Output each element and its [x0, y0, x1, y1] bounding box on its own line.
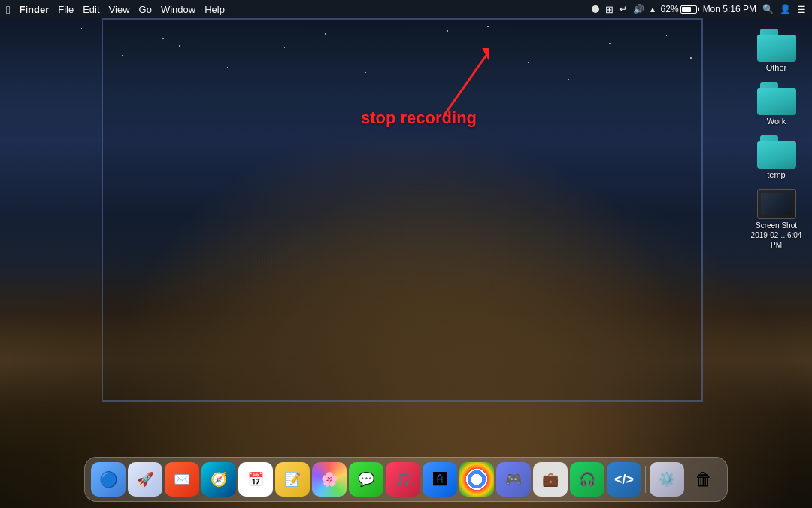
dock-discord[interactable]: 🎮 — [496, 462, 531, 497]
dock-vscode[interactable]: </> — [607, 462, 641, 497]
wifi-icon[interactable]: ▴ — [650, 4, 655, 14]
volume-icon[interactable]: 🔊 — [633, 4, 644, 14]
battery-icon — [680, 5, 697, 14]
desktop-icon-other[interactable]: Other — [744, 26, 808, 75]
desktop-icon-temp[interactable]: temp — [744, 132, 808, 182]
user-icon[interactable]: 👤 — [780, 4, 791, 14]
dock-notes[interactable]: 📝 — [275, 462, 310, 497]
screenshot-file-icon — [757, 189, 796, 219]
dock-launchpad[interactable]: 🚀 — [128, 462, 162, 497]
work-folder-icon — [757, 82, 796, 115]
other-folder-label: Other — [766, 63, 787, 72]
edit-menu[interactable]: Edit — [83, 4, 99, 15]
view-menu[interactable]: View — [109, 4, 130, 15]
other-folder-icon — [757, 29, 796, 62]
screenshot-file-label: Screen Shot2019-02-...6:04 PM — [747, 221, 805, 250]
recording-region — [102, 18, 703, 402]
recording-stop-button[interactable] — [592, 5, 599, 13]
dock-music[interactable]: 🎵 — [386, 462, 420, 497]
temp-folder-icon — [757, 135, 796, 169]
spotlight-icon[interactable]: 🔍 — [762, 4, 774, 14]
menubar-right: ⊞ ↵ 🔊 ▴ 62% Mon 5:16 PM 🔍 👤 ☰ — [592, 4, 806, 15]
desktop-icon-screenshot[interactable]: Screen Shot2019-02-...6:04 PM — [744, 186, 808, 253]
clock: Mon 5:16 PM — [703, 4, 756, 14]
dock-appstore[interactable]: 🅰 — [423, 462, 457, 497]
dock-separator — [645, 466, 646, 493]
dock-trash[interactable]: 🗑 — [686, 462, 721, 497]
dock-calendar[interactable]: 📅 — [238, 462, 273, 497]
menubar-left:  Finder File Edit View Go Window Help — [6, 3, 225, 16]
dock-finder[interactable]: 🔵 — [91, 462, 126, 497]
dock-chrome[interactable] — [459, 462, 494, 497]
work-folder-label: Work — [767, 117, 786, 126]
help-menu[interactable]: Help — [205, 4, 225, 15]
desktop-icons: Other Work temp Screen Shot2019-02-...6:… — [741, 18, 812, 253]
temp-folder-label: temp — [767, 170, 785, 179]
dock-messages[interactable]: 💬 — [349, 462, 383, 497]
desktop-icon-work[interactable]: Work — [744, 79, 808, 129]
dock-system-prefs[interactable]: ⚙️ — [650, 462, 684, 497]
dock-direct[interactable]: ✉️ — [165, 462, 199, 497]
menubar:  Finder File Edit View Go Window Help ⊞… — [0, 0, 812, 18]
file-menu[interactable]: File — [58, 4, 74, 15]
apple-menu[interactable]:  — [6, 3, 10, 16]
go-menu[interactable]: Go — [139, 4, 152, 15]
dock: 🔵 🚀 ✉️ 🧭 📅 📝 🌸 💬 🎵 — [84, 457, 728, 502]
battery-indicator: 62% — [661, 4, 697, 14]
desktop: stop recording Other Work temp — [0, 18, 812, 508]
screen-recording-icon[interactable]: ⊞ — [605, 4, 614, 15]
control-center-icon[interactable]: ☰ — [797, 4, 806, 15]
dock-slack[interactable]: 💼 — [533, 462, 568, 497]
bluetooth-icon[interactable]: ↵ — [620, 4, 627, 14]
window-menu[interactable]: Window — [161, 4, 195, 15]
battery-pct: 62% — [661, 4, 679, 14]
dock-spotify[interactable]: 🎧 — [570, 462, 604, 497]
dock-safari[interactable]: 🧭 — [201, 462, 236, 497]
finder-menu[interactable]: Finder — [19, 4, 49, 15]
dock-photos[interactable]: 🌸 — [312, 462, 347, 497]
